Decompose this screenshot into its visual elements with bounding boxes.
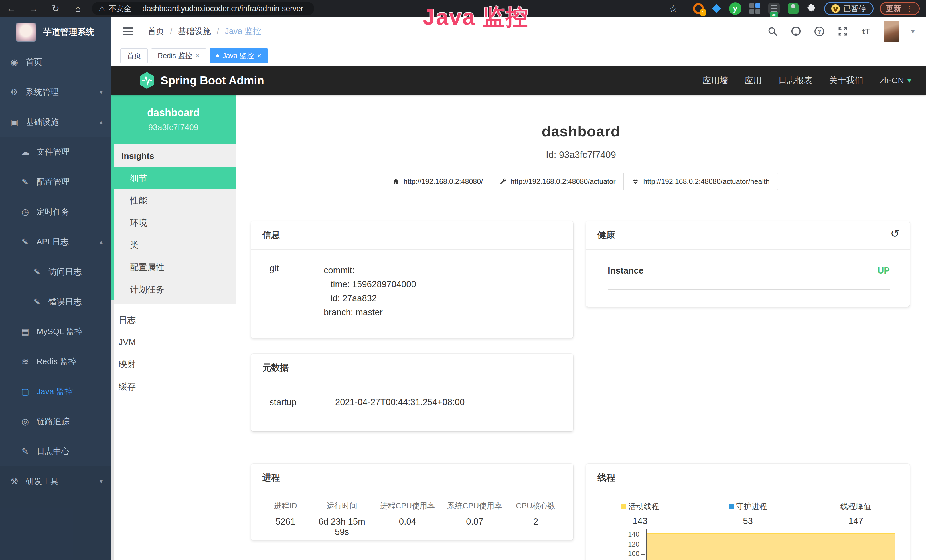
tab-java-monitor[interactable]: Java 监控 × xyxy=(210,48,268,64)
help-icon[interactable]: ? xyxy=(814,26,825,37)
sidebar-item-access-logs[interactable]: ✎ 访问日志 xyxy=(0,257,111,287)
sidebar-item-file-management[interactable]: ☁ 文件管理 xyxy=(0,137,111,167)
metadata-card: 元数据 startup 2021-04-27T00:44:31.254+08:0… xyxy=(251,354,573,431)
bookmark-star-icon[interactable]: ☆ xyxy=(662,3,684,14)
live-threads-area xyxy=(646,533,896,560)
sidebar-item-label: 访问日志 xyxy=(48,266,82,278)
logo-avatar xyxy=(16,23,36,42)
locale-selector[interactable]: zh-CN ▾ xyxy=(880,76,911,85)
instance-menu-details[interactable]: 细节 xyxy=(111,167,236,189)
instance-header[interactable]: dashboard 93a3fc7f7409 xyxy=(111,95,236,144)
nav-applications-wall[interactable]: 应用墙 xyxy=(702,75,728,86)
health-card-title: 健康 xyxy=(598,230,615,240)
sidebar-item-devtools[interactable]: ⚒ 研发工具 ▾ xyxy=(0,466,111,496)
instance-menu-metrics[interactable]: 性能 xyxy=(111,189,236,212)
extension-badge: 1 xyxy=(700,9,706,16)
sidebar-scrollbar[interactable] xyxy=(111,95,114,560)
sidebar-item-infrastructure[interactable]: ▣ 基础设施 ▴ xyxy=(0,107,111,137)
address-bar[interactable]: ⚠ 不安全 dashboard.yudao.iocoder.cn/infra/a… xyxy=(92,2,314,15)
sidebar-item-api-logs[interactable]: ✎ API 日志 ▴ xyxy=(0,227,111,257)
sidebar-item-config-management[interactable]: ✎ 配置管理 xyxy=(0,167,111,197)
health-key: Instance xyxy=(608,266,644,276)
scrollbar-thumb[interactable] xyxy=(111,95,114,300)
close-icon[interactable]: × xyxy=(196,52,200,60)
annotation-overlay: Java 监控 xyxy=(423,2,529,32)
breadcrumb-home[interactable]: 首页 xyxy=(148,26,164,37)
update-button[interactable]: 更新 ⋮ xyxy=(880,2,920,15)
kebab-menu-icon[interactable]: ⋮ xyxy=(906,4,914,14)
collapse-sidebar-icon[interactable] xyxy=(123,27,133,35)
sidebar-item-mysql-monitor[interactable]: ▤ MySQL 监控 xyxy=(0,317,111,347)
extensions-puzzle-icon[interactable] xyxy=(806,4,816,14)
instance-menu-classes[interactable]: 类 xyxy=(111,234,236,256)
sprout-extension-icon[interactable] xyxy=(788,3,799,14)
sidebar-item-scheduled-tasks[interactable]: ◷ 定时任务 xyxy=(0,197,111,227)
fullscreen-icon[interactable] xyxy=(837,26,849,37)
health-instance-row[interactable]: Instance UP xyxy=(608,266,890,289)
instance-menu-logs[interactable]: 日志 xyxy=(111,309,236,331)
sidebar-item-label: 基础设施 xyxy=(26,117,59,128)
spring-boot-admin-brand[interactable]: Spring Boot Admin xyxy=(160,74,264,87)
green-y-extension-icon[interactable]: y xyxy=(729,2,741,15)
sidebar-item-trace[interactable]: ◎ 链路追踪 xyxy=(0,407,111,436)
sidebar-item-label: Redis 监控 xyxy=(36,356,76,368)
instance-menu-config-props[interactable]: 配置属性 xyxy=(111,256,236,278)
instance-menu-environment[interactable]: 环境 xyxy=(111,212,236,234)
sidebar-item-log-center[interactable]: ✎ 日志中心 xyxy=(0,436,111,466)
grid-extension-icon[interactable] xyxy=(749,3,760,14)
sidebar-item-system[interactable]: ⚙ 系统管理 ▾ xyxy=(0,77,111,107)
health-url-button[interactable]: http://192.168.0.2:48080/actuator/health xyxy=(623,173,778,190)
security-warning-icon[interactable]: ⚠ xyxy=(99,5,105,13)
info-card-title: 信息 xyxy=(251,221,573,250)
tab-home[interactable]: 首页 xyxy=(120,48,148,64)
caret-down-icon[interactable]: ▾ xyxy=(911,27,915,35)
instance-menu-jvm[interactable]: JVM xyxy=(111,331,236,353)
timer-icon: ◷ xyxy=(20,207,30,217)
nav-applications[interactable]: 应用 xyxy=(744,75,762,86)
tab-redis-monitor[interactable]: Redis 监控 × xyxy=(151,48,206,64)
instance-menu-scheduled[interactable]: 计划任务 xyxy=(111,278,236,301)
url-text[interactable]: dashboard.yudao.iocoder.cn/infra/admin-s… xyxy=(142,4,303,13)
on-switch-extension-icon[interactable]: on xyxy=(768,3,780,14)
app-logo[interactable]: 芋道管理系统 xyxy=(0,17,111,47)
font-size-icon[interactable]: tT xyxy=(860,26,872,37)
blue-swatch-icon xyxy=(729,504,734,509)
instance-root-menu: 日志 JVM 映射 缓存 xyxy=(111,304,236,398)
user-avatar[interactable] xyxy=(884,21,899,42)
health-history-icon[interactable]: ↺ xyxy=(890,227,899,240)
breadcrumb-infrastructure[interactable]: 基础设施 xyxy=(178,26,211,37)
paused-extension-badge[interactable]: 已暂停 xyxy=(824,2,873,15)
threads-legend: 活动线程 143 守护进程 53 线程峰值 147 xyxy=(586,501,910,526)
orange-monkey-extension-icon[interactable]: 1 xyxy=(693,3,704,14)
close-icon[interactable]: × xyxy=(257,52,261,60)
reload-icon[interactable]: ↻ xyxy=(44,3,67,14)
sidebar-item-home[interactable]: ◉ 首页 xyxy=(0,47,111,77)
sidebar-item-label: Java 监控 xyxy=(36,386,73,397)
security-label[interactable]: 不安全 xyxy=(108,3,132,14)
sidebar-item-redis-monitor[interactable]: ≋ Redis 监控 xyxy=(0,347,111,377)
health-url: http://192.168.0.2:48080/actuator/health xyxy=(643,177,769,186)
daemon-threads-value: 53 xyxy=(743,516,753,526)
blue-pin-extension-icon[interactable] xyxy=(712,4,721,13)
github-icon[interactable] xyxy=(790,26,802,37)
instance-menu-caches[interactable]: 缓存 xyxy=(111,375,236,398)
service-url: http://192.168.0.2:48080/ xyxy=(404,177,483,186)
nav-about[interactable]: 关于我们 xyxy=(829,75,863,86)
legend-peak-threads: 线程峰值 147 xyxy=(802,501,910,526)
process-table-values: 5261 6d 23h 15m 59s 0.04 0.07 2 xyxy=(260,517,565,537)
search-icon[interactable] xyxy=(767,26,778,37)
insights-group-label: Insights xyxy=(111,144,236,167)
svg-text:?: ? xyxy=(818,28,822,35)
back-icon[interactable]: ← xyxy=(0,3,22,14)
sidebar-item-error-logs[interactable]: ✎ 错误日志 xyxy=(0,287,111,317)
sidebar-item-java-monitor[interactable]: ▢ Java 监控 xyxy=(0,377,111,407)
home-icon[interactable]: ⌂ xyxy=(67,3,89,14)
page-title: dashboard xyxy=(236,123,926,140)
forward-icon[interactable]: → xyxy=(22,3,44,14)
actuator-url-button[interactable]: http://192.168.0.2:48080/actuator xyxy=(491,173,624,190)
service-url-button[interactable]: http://192.168.0.2:48080/ xyxy=(384,173,491,190)
access-log-icon: ✎ xyxy=(32,267,42,277)
metadata-startup-row: startup 2021-04-27T00:44:31.254+08:00 xyxy=(269,397,566,421)
instance-menu-mappings[interactable]: 映射 xyxy=(111,353,236,375)
nav-journal[interactable]: 日志报表 xyxy=(778,75,813,86)
